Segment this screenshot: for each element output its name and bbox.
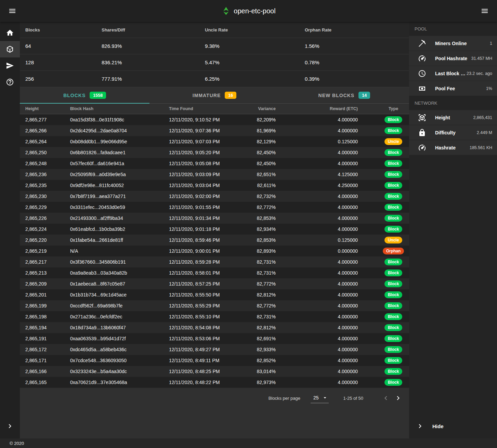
gauge-icon xyxy=(418,144,426,152)
cell-reward: 4.000000 xyxy=(280,380,362,385)
table-row[interactable]: 2,865,2260x21493300...af2ff9ba3412/11/20… xyxy=(20,213,409,224)
sidebar-item-home[interactable] xyxy=(0,25,20,41)
cell-variance: 82,450% xyxy=(249,161,280,166)
cell-reward: 4.250000 xyxy=(280,183,362,188)
cell-block-hash: 0x57fec60f...da616e941a xyxy=(65,161,164,166)
table-row[interactable]: 2,865,2660x2dc4295d...2dae0a870412/11/20… xyxy=(20,125,409,136)
column-header: Type xyxy=(362,106,409,111)
tab-new-blocks[interactable]: NEW BLOCKS14 xyxy=(279,87,409,103)
table-row[interactable]: 2,865,1710x7cdce548...363609305012/11/20… xyxy=(20,355,409,366)
panel-item-value: 31.457 MH xyxy=(471,56,492,61)
table-row[interactable]: 2,865,2200x1fabe54a...2661de81ff12/11/20… xyxy=(20,235,409,246)
panel-item-label: Difficulty xyxy=(435,130,456,135)
panel-item-label: Hashrate xyxy=(435,145,456,150)
cell-type: Block xyxy=(362,335,409,342)
stats-value: 1.56% xyxy=(299,43,409,49)
panel-item-value: 2,865,431 xyxy=(473,115,492,120)
stats-header-cell: Uncle Rate xyxy=(199,27,299,32)
page-range-text: 1-25 of 50 xyxy=(343,396,363,401)
cell-type: Uncle xyxy=(362,237,409,243)
next-page-button[interactable] xyxy=(392,392,404,404)
rail-expand-button[interactable] xyxy=(0,418,20,434)
table-row[interactable]: 2,865,2290x3311efec...20453d0e5912/11/20… xyxy=(20,202,409,213)
table-row[interactable]: 2,865,1650xa70621d9...37e305468a12/11/20… xyxy=(20,377,409,388)
table-row[interactable]: 2,865,2130xa9a8eab3...03a340a82b12/11/20… xyxy=(20,267,409,278)
tab-immature[interactable]: IMMATURE16 xyxy=(149,87,279,103)
cell-reward: 0.125000 xyxy=(280,237,362,243)
table-row[interactable]: 2,865,1910xaa063539...b95d41d72f12/11/20… xyxy=(20,333,409,344)
table-row[interactable]: 2,865,1980x271a236c...0efcfdf2ec12/11/20… xyxy=(20,311,409,322)
table-row[interactable]: 2,865,219N/A12/11/2020, 9:00:01 PM82,893… xyxy=(20,246,409,256)
table-row[interactable]: 2,865,2170x3f367660...345806b19112/11/20… xyxy=(20,256,409,267)
table-row[interactable]: 2,865,1990xccdf562f...69a698b7fe12/11/20… xyxy=(20,300,409,311)
table-row[interactable]: 2,865,2770xa15d3f38...0e31f1908c12/11/20… xyxy=(20,114,409,125)
stats-value: 5.47% xyxy=(199,60,299,65)
cell-type: Block xyxy=(362,269,409,276)
table-row[interactable]: 2,865,2640xb08dd0b1...99e066d95e12/11/20… xyxy=(20,136,409,147)
cell-type: Orphan xyxy=(362,248,409,254)
sidebar-item-payments[interactable] xyxy=(0,57,20,74)
stats-value: 9.38% xyxy=(199,43,299,49)
cell-type: Block xyxy=(362,182,409,189)
lock-icon xyxy=(418,129,426,137)
panel-item-label: Pool Hashrate xyxy=(435,56,467,61)
cell-type: Block xyxy=(362,280,409,287)
type-badge: Block xyxy=(384,116,403,123)
cell-height: 2,865,224 xyxy=(20,226,65,232)
cell-type: Block xyxy=(362,226,409,233)
table-row[interactable]: 2,865,2500x6b801826...fa9adcaee112/11/20… xyxy=(20,147,409,158)
footer: © 2020 xyxy=(0,438,497,448)
panel-item-pool-fee: Pool Fee1% xyxy=(409,81,497,96)
sidebar-item-blocks[interactable] xyxy=(0,41,20,57)
table-row[interactable]: 2,865,2240x61eabfcd...1b0cba39b212/11/20… xyxy=(20,224,409,235)
stats-value: 256 xyxy=(20,76,96,82)
panel-item-label: Height xyxy=(435,115,450,120)
cell-time-found: 12/11/2020, 8:49:11 PM xyxy=(164,358,249,363)
prev-page-button[interactable] xyxy=(380,392,392,404)
cell-variance: 82,893% xyxy=(249,248,280,254)
table-row[interactable]: 2,865,1660x3233243e...b5a4aa30dc12/11/20… xyxy=(20,366,409,377)
stats-header-cell: Orphan Rate xyxy=(299,27,409,32)
table-row[interactable]: 2,865,2360x25095f69...a0d39e9e5a12/11/20… xyxy=(20,169,409,180)
cell-block-hash: 0x1b31b734...69c1d45ace xyxy=(65,292,164,298)
cell-time-found: 12/11/2020, 8:54:08 PM xyxy=(164,325,249,330)
brand: open-etc-pool xyxy=(221,6,275,15)
sidebar-item-help[interactable] xyxy=(0,74,20,90)
cell-type: Block xyxy=(362,291,409,298)
type-badge: Uncle xyxy=(384,237,403,243)
table-row[interactable]: 2,865,2480x57fec60f...da616e941a12/11/20… xyxy=(20,158,409,169)
cell-time-found: 12/11/2020, 9:00:01 PM xyxy=(164,248,249,254)
cell-height: 2,865,209 xyxy=(20,281,65,287)
stats-value: 826.93% xyxy=(96,43,199,49)
table-row[interactable]: 2,865,2010x1b31b734...69c1d45ace12/11/20… xyxy=(20,289,409,300)
per-page-select[interactable]: 25 xyxy=(311,393,329,403)
cell-time-found: 12/11/2020, 8:48:22 PM xyxy=(164,380,249,385)
cell-height: 2,865,191 xyxy=(20,336,65,341)
table-row[interactable]: 2,865,1720xdc465d5a...a58beb436c12/11/20… xyxy=(20,344,409,355)
help-icon xyxy=(6,78,14,86)
cell-reward: 4.000000 xyxy=(280,281,362,287)
cell-variance: 81,969% xyxy=(249,128,280,133)
cell-time-found: 12/11/2020, 9:01:34 PM xyxy=(164,215,249,221)
table-row[interactable]: 2,865,1940x18d734a9...13b6060f4712/11/20… xyxy=(20,322,409,333)
menu-left-button[interactable] xyxy=(5,4,19,18)
stats-header-cell: Shares/Diff xyxy=(96,27,199,32)
tab-count-badge: 16 xyxy=(225,92,236,99)
clock-icon xyxy=(418,69,426,78)
stats-value: 64 xyxy=(20,43,96,49)
cell-type: Block xyxy=(362,302,409,309)
menu-right-button[interactable] xyxy=(478,4,492,18)
cell-variance: 82,853% xyxy=(249,237,280,243)
chevron-left-icon xyxy=(382,394,390,402)
cell-type: Block xyxy=(362,346,409,353)
cell-type: Block xyxy=(362,204,409,211)
tab-label: BLOCKS xyxy=(63,93,86,98)
table-row[interactable]: 2,865,2350x9df2e98e...811fc4005212/11/20… xyxy=(20,180,409,191)
table-row[interactable]: 2,865,2300x7b8f7199...aea377a27112/11/20… xyxy=(20,191,409,202)
cell-height: 2,865,248 xyxy=(20,161,65,166)
stats-row: 256777.91%6.25%0.39% xyxy=(20,71,409,87)
hide-panel-button[interactable]: Hide xyxy=(409,418,497,434)
table-row[interactable]: 2,865,2090x1aebeca8...8f67c05e8712/11/20… xyxy=(20,278,409,289)
cell-reward: 0.125000 xyxy=(280,139,362,144)
tab-blocks[interactable]: BLOCKS1558 xyxy=(20,87,149,103)
